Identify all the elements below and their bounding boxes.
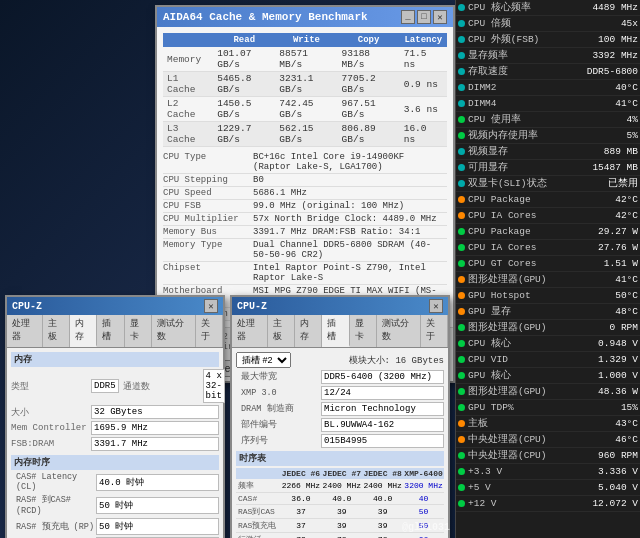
cpuz-tab-关于[interactable]: 关于 [421,315,448,347]
th-jedec7: JEDEC #7 [321,468,362,479]
benchmark-row: L2 Cache 1450.5 GB/s 742.45 GB/s 967.51 … [163,97,447,122]
sensor-label: DIMM2 [468,82,615,93]
hw-sensor-row: CPU IA Cores 27.76 W [456,240,640,256]
timing-label: 频率 [236,479,281,493]
col-header-copy: Copy [338,33,400,47]
info-row: CPU Stepping B0 [163,174,447,187]
desktop: AIDA64 Cache & Memory Benchmark _ □ ✕ Re… [0,0,640,538]
cpuz-tab-处理器[interactable]: 处理器 [232,315,268,347]
timing-v2: 39 [321,519,362,533]
timing-v1: 2266 MHz [281,479,322,493]
hw-sensor-row: CPU GT Cores 1.51 W [456,256,640,272]
sensor-label: 视频内存使用率 [468,129,627,142]
sensor-dot [458,196,465,203]
rcd-value: 50 时钟 [96,497,219,514]
sensor-value: 960 RPM [598,450,638,461]
cpuz-memctrl-row: Mem Controller 1695.9 MHz [11,421,219,435]
latency-val: 16.0 ns [400,122,447,147]
cpuz-tab-测试分数[interactable]: 测试分数 [377,315,421,347]
cpuz-size-row: 大小 32 GBytes [11,405,219,419]
sensor-label: CPU IA Cores [468,242,598,253]
sensor-dot [458,388,465,395]
hw-sensor-row: 图形处理器(GPU) 48.36 W [456,384,640,400]
write-val: 88571 MB/s [275,47,337,72]
sensor-value: 已禁用 [608,177,638,190]
cpuz-titlebar-2: CPU-Z ✕ [232,297,448,315]
sensor-value: 48.36 W [598,386,638,397]
sensor-dot [458,132,465,139]
cpuz-tab-关于[interactable]: 关于 [196,315,223,347]
sensor-label: 双显卡(SLI)状态 [468,177,608,190]
cpuz-tab-内存[interactable]: 内存 [70,315,97,347]
hw-sensor-row: 视频显存 889 MB [456,144,640,160]
th-jedec6: JEDEC #6 [281,468,322,479]
benchmark-table: Read Write Copy Latency Memory 101.07 GB… [163,33,447,147]
hw-sensor-row: 显存频率 3392 MHz [456,48,640,64]
channel-label: 通道数 [123,380,203,393]
cpuz-tab-测试分数[interactable]: 测试分数 [152,315,196,347]
row-label: L2 Cache [163,97,213,122]
read-val: 101.07 GB/s [213,47,275,72]
sensor-label: GPU Hotspot [468,290,615,301]
col-header-read: Read [213,33,275,47]
memctrl-value: 1695.9 MHz [91,421,219,435]
cpuz-tab-插槽[interactable]: 插槽 [97,315,124,347]
sensor-label: GPU 核心 [468,369,598,382]
cpuz2-close[interactable]: ✕ [429,299,443,313]
hw-sensor-row: 存取速度 DDR5-6800 [456,64,640,80]
sensor-value: 0.948 V [598,338,638,349]
info-row: Chipset Intel Raptor Point-S Z790, Intel… [163,262,447,285]
info-value: B0 [253,175,447,185]
cpuz-tab-处理器[interactable]: 处理器 [7,315,43,347]
hw-sensor-row: GPU 核心 1.000 V [456,368,640,384]
sensor-dot [458,228,465,235]
sensor-value: 100 MHz [598,34,638,45]
timing-label: RAS到CAS [236,505,281,519]
timing-table-header: 时序表 [236,451,444,466]
xmp-label: XMP 3.0 [236,388,321,398]
sensor-value: 12.072 V [592,498,638,509]
maximize-button[interactable]: □ [417,10,431,24]
cpuz-tab-显卡[interactable]: 显卡 [350,315,377,347]
hw-sensor-row: +3.3 V 3.336 V [456,464,640,480]
serial-value: 015B4995 [321,434,444,448]
aida-content: Read Write Copy Latency Memory 101.07 GB… [157,27,453,327]
hw-sensor-row: GPU TDP% 15% [456,400,640,416]
info-value: 57x North Bridge Clock: 4489.0 MHz [253,214,447,224]
size-label: 大小 [11,406,91,419]
info-label: CPU Multiplier [163,214,253,224]
slot-selector[interactable]: 插槽 #2 [236,352,291,368]
cpuz-tab-插槽[interactable]: 插槽 [322,315,349,347]
cpuz-tab-内存[interactable]: 内存 [295,315,322,347]
sensor-dot [458,356,465,363]
mfr-value: Micron Technology [321,402,444,416]
cpuz1-close[interactable]: ✕ [204,299,218,313]
sensor-label: CPU 使用率 [468,113,627,126]
sensor-dot [458,148,465,155]
benchmark-row: Memory 101.07 GB/s 88571 MB/s 93188 MB/s… [163,47,447,72]
read-val: 5465.8 GB/s [213,72,275,97]
hw-sensor-row: 主板 43°C [456,416,640,432]
cpuz-tab-显卡[interactable]: 显卡 [125,315,152,347]
cpuz-tab-主板[interactable]: 主板 [43,315,70,347]
latency-val: 71.5 ns [400,47,447,72]
close-button[interactable]: ✕ [433,10,447,24]
sensor-label: GPU TDP% [468,402,621,413]
maxbw-value: DDR5-6400 (3200 MHz) [321,370,444,384]
cpuz-tab-主板[interactable]: 主板 [268,315,295,347]
module-size: 模块大小: 16 GBytes [349,354,444,367]
benchmark-row: L3 Cache 1229.7 GB/s 562.15 GB/s 806.89 … [163,122,447,147]
sensor-label: CPU Package [468,194,615,205]
hw-sensor-row: +12 V 12.072 V [456,496,640,512]
timing-v2: 78 [321,533,362,539]
minimize-button[interactable]: _ [401,10,415,24]
timing-v2: 40.0 [321,493,362,505]
aida-title: AIDA64 Cache & Memory Benchmark [163,11,368,23]
sensor-value: 48°C [615,306,638,317]
info-label: Chipset [163,263,253,283]
hw-sensor-row: CPU Package 42°C [456,192,640,208]
hw-sensor-row: 可用显存 15487 MB [456,160,640,176]
hw-sensor-row: CPU VID 1.329 V [456,352,640,368]
sensor-dot [458,260,465,267]
cpuz-title-2: CPU-Z [237,301,267,312]
